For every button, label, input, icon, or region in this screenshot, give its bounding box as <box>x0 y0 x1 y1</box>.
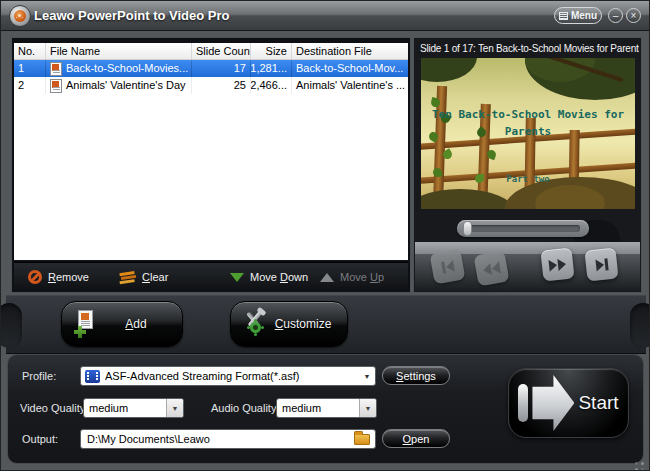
column-header-no[interactable]: No. <box>14 43 46 59</box>
tools-icon <box>241 309 269 339</box>
resize-grip[interactable] <box>634 455 644 465</box>
next-slide-button[interactable] <box>584 247 618 281</box>
rewind-button[interactable] <box>474 251 510 287</box>
profile-label: Profile: <box>22 370 56 382</box>
settings-button[interactable]: Settings <box>382 366 450 385</box>
profile-combobox[interactable]: ASF-Advanced Streaming Format(*.asf) ▼ <box>80 366 376 386</box>
seek-slider[interactable] <box>457 220 589 237</box>
cell-no: 2 <box>14 77 46 94</box>
start-arrow-icon <box>532 375 574 431</box>
cell-size: 1,281... <box>251 60 292 77</box>
arrow-up-icon <box>320 273 334 282</box>
seek-track[interactable] <box>466 225 580 232</box>
chevron-down-icon[interactable]: ▼ <box>359 367 375 385</box>
cell-no: 1 <box>14 60 46 77</box>
video-quality-value: medium <box>84 402 166 414</box>
audio-quality-label: Audio Quality: <box>211 402 279 414</box>
slide-preview-image: Ten Back-to-School Movies for Parents Pa… <box>421 58 635 209</box>
add-button[interactable]: Add <box>61 301 183 347</box>
start-button[interactable]: Start <box>508 368 629 438</box>
cell-destination: Back-to-School-Mov... <box>292 60 408 77</box>
move-up-button[interactable]: Move Up <box>320 263 384 291</box>
arrow-down-icon <box>230 273 244 282</box>
window-title: Leawo PowerPoint to Video Pro <box>34 1 230 30</box>
video-format-icon <box>85 370 100 383</box>
table-row[interactable]: 1 Back-to-School-Movies... 17 1,281... B… <box>14 60 408 77</box>
cell-size: 2,466... <box>251 77 292 94</box>
slide-subtitle-text: Part two <box>421 174 635 184</box>
remove-button[interactable]: Remove <box>28 263 89 291</box>
action-band: Add Customize <box>6 295 646 354</box>
add-file-icon <box>74 310 100 338</box>
clear-icon <box>119 270 137 284</box>
slide-title-text: Ten Back-to-School Movies for Parents <box>429 106 627 140</box>
band-decor-right <box>630 303 650 348</box>
app-window: Leawo PowerPoint to Video Pro Menu – × N… <box>0 0 650 471</box>
column-header-size[interactable]: Size <box>251 43 292 59</box>
column-header-destination[interactable]: Destination File <box>292 43 408 59</box>
title-bar[interactable]: Leawo PowerPoint to Video Pro Menu – × <box>1 1 650 31</box>
file-table: No. File Name Slide Count Size Destinati… <box>14 43 408 260</box>
close-button[interactable]: × <box>626 8 641 23</box>
cell-slide-count: 25 <box>192 77 251 94</box>
customize-button[interactable]: Customize <box>230 301 348 347</box>
output-label: Output: <box>22 433 58 445</box>
start-arrow-icon <box>518 384 528 422</box>
audio-quality-combobox[interactable]: medium ▼ <box>276 398 377 418</box>
seek-handle[interactable] <box>463 221 472 236</box>
fast-forward-button[interactable] <box>540 247 574 281</box>
move-down-button[interactable]: Move Down <box>230 263 308 291</box>
table-empty-area <box>14 94 408 260</box>
open-button[interactable]: Open <box>382 429 450 448</box>
settings-panel: Profile: ASF-Advanced Streaming Format(*… <box>7 354 644 464</box>
profile-value: ASF-Advanced Streaming Format(*.asf) <box>105 370 359 382</box>
output-path-field[interactable] <box>80 429 376 449</box>
list-toolbar: Remove Clear Move Down Move Up <box>14 262 408 290</box>
app-logo-icon <box>9 5 31 27</box>
column-header-slide-count[interactable]: Slide Count <box>192 43 251 59</box>
output-path-input[interactable] <box>81 433 354 445</box>
cell-destination: Animals' Valentine's ... <box>292 77 408 94</box>
cell-file-name: Back-to-School-Movies... <box>46 60 192 77</box>
file-list-panel: No. File Name Slide Count Size Destinati… <box>11 37 411 293</box>
table-row[interactable]: 2 Animals' Valentine's Day 25 2,466... A… <box>14 77 408 94</box>
previous-slide-button[interactable] <box>430 249 466 285</box>
ppt-file-icon <box>50 62 62 76</box>
video-quality-label: Video Quality: <box>20 402 88 414</box>
minimize-button[interactable]: – <box>608 8 623 23</box>
preview-panel: Slide 1 of 17: Ten Back-to-School Movies… <box>413 37 642 293</box>
cell-slide-count: 17 <box>192 60 251 77</box>
column-header-file-name[interactable]: File Name <box>46 43 192 59</box>
folder-browse-icon[interactable] <box>354 434 370 445</box>
cell-file-name: Animals' Valentine's Day <box>46 77 192 94</box>
band-decor-left <box>0 303 22 348</box>
menu-button[interactable]: Menu <box>554 7 602 24</box>
chevron-down-icon[interactable]: ▼ <box>359 399 376 417</box>
chevron-down-icon[interactable]: ▼ <box>166 399 183 417</box>
menu-icon <box>559 12 568 20</box>
video-quality-combobox[interactable]: medium ▼ <box>83 398 184 418</box>
remove-icon <box>28 270 42 284</box>
table-header-row: No. File Name Slide Count Size Destinati… <box>14 43 408 60</box>
audio-quality-value: medium <box>277 402 359 414</box>
slide-caption: Slide 1 of 17: Ten Back-to-School Movies… <box>420 40 639 57</box>
clear-button[interactable]: Clear <box>120 263 168 291</box>
ppt-file-icon <box>50 79 62 93</box>
